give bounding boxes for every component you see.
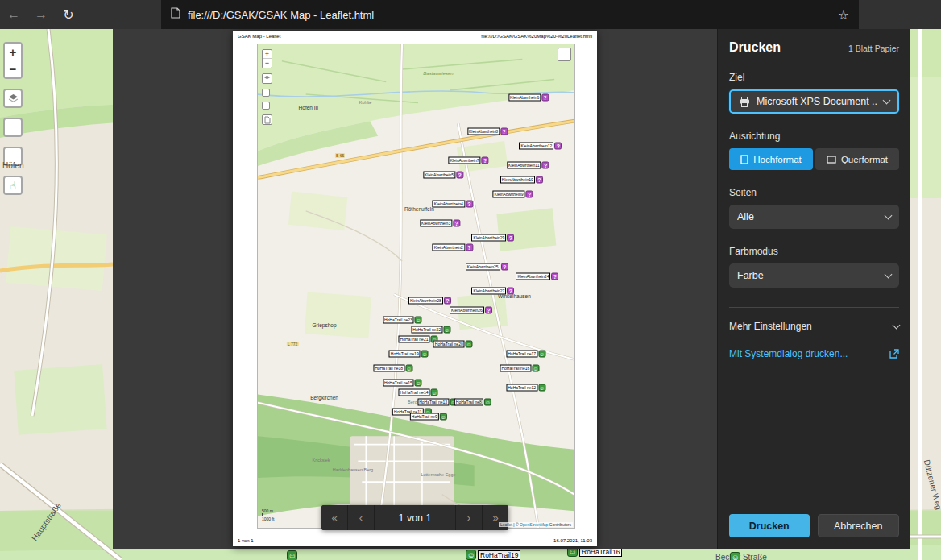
cache-marker: HoHaTrail ne16☺ (500, 365, 539, 372)
cache-marker: HoHaTrail ne18☺ (373, 365, 412, 372)
cache-marker-label: HoHaTrail ne23 (383, 317, 414, 324)
cache-marker-label: HoHaTrail ne12 (506, 384, 537, 392)
found-cache-icon: ☺ (538, 351, 545, 358)
map-checkbox-1[interactable] (3, 118, 23, 137)
found-cache-icon: ☺ (538, 384, 545, 392)
next-page-button[interactable]: › (456, 505, 482, 530)
cache-marker-label: RoHaTrail19 (478, 550, 520, 560)
cache-marker-label: KleinAbwrthein9 (492, 191, 524, 198)
cache-marker: KleinAbwrthein28? (408, 297, 451, 305)
color-mode-value: Farbe (737, 270, 879, 281)
found-cache-icon[interactable]: ☺ (287, 550, 297, 560)
map-place-label: Höfen (2, 161, 24, 170)
cache-marker-label: KleinAbwrthein8 (467, 128, 500, 135)
pages-select[interactable]: Alle (729, 205, 899, 229)
zoom-out-button[interactable]: − (5, 60, 21, 77)
preview-attribution: Leaflet | © OpenStreetMap Contributors (499, 522, 573, 527)
print-button[interactable]: Drucken (729, 514, 810, 537)
cancel-button[interactable]: Abbrechen (818, 514, 900, 537)
unfound-cache-icon: ? (507, 288, 514, 295)
back-icon[interactable]: ← (0, 0, 27, 29)
preview-checkbox-1 (262, 89, 270, 97)
system-dialog-link[interactable]: Mit Systemdialog drucken... (729, 348, 899, 359)
portrait-icon (740, 155, 748, 164)
found-cache-icon: ☺ (484, 399, 491, 406)
cache-marker-label: HoHaTrail ne20 (433, 341, 465, 348)
unfound-cache-icon: ? (500, 128, 508, 135)
osm-link: OpenStreetMap (520, 522, 548, 527)
more-settings-toggle[interactable]: Mehr Einstellungen (729, 321, 899, 332)
print-preview-page: GSAK Map - Leaflet file:///D:/GSAK/GSAK%… (233, 31, 597, 546)
cache-marker: HoHaTrail ne14☺ (399, 389, 438, 396)
cache-marker: KleinAbwrthein3? (420, 220, 460, 227)
cache-marker-label: KleinAbwrthein3 (420, 220, 452, 227)
landscape-button[interactable]: Querformat (815, 148, 899, 170)
cache-marker[interactable]: ☺RoHaTrail19 (466, 550, 520, 560)
chevron-down-icon (883, 97, 891, 105)
preview-scale-bar: 500 m 1000 ft (262, 508, 292, 521)
cache-marker: HoHaTrail ne20☺ (433, 341, 473, 348)
found-cache-icon: ☺ (405, 365, 412, 372)
print-footer-page: 1 von 1 (238, 538, 254, 543)
cache-marker: KleinAbwrthein4? (433, 201, 473, 208)
preview-zoom-in: + (263, 50, 272, 59)
cache-marker-label: HoHaTrail ne14 (399, 389, 430, 396)
cache-marker-label: KleinAbwrthein12 (519, 143, 553, 150)
destination-label: Ziel (729, 72, 899, 83)
previous-page-button[interactable]: ‹ (348, 505, 374, 530)
cache-marker: HoHaTrail ne23☺ (383, 317, 422, 324)
cache-marker: KleinAbwrthein8? (467, 128, 508, 135)
map-place-label: B 65 (335, 153, 345, 158)
color-mode-select[interactable]: Farbe (729, 263, 899, 288)
cache-marker-label: HoHaTrail ne19 (389, 351, 421, 358)
hand-icon: ☝ (10, 180, 16, 192)
cache-marker: KleinAbwrthein26? (450, 307, 492, 314)
preview-pagination: « ‹ 1 von 1 › » (321, 505, 508, 530)
found-cache-icon[interactable]: ☺ (730, 552, 740, 560)
found-cache-icon: ☺ (466, 341, 473, 348)
pages-label: Seiten (729, 187, 899, 198)
found-cache-icon: ☺ (415, 317, 422, 324)
first-page-button[interactable]: « (321, 505, 347, 530)
preview-checkbox-2 (262, 102, 270, 110)
unfound-cache-icon: ? (542, 162, 549, 169)
preview-export-icon (262, 114, 272, 125)
cache-marker[interactable]: ☺ (287, 550, 297, 560)
address-bar[interactable]: file:///D:/GSAK/GSAK Map - Leaflet.html … (161, 0, 859, 29)
chevron-down-icon (885, 271, 893, 279)
print-footer-date: 16.07.2021, 11:03 (553, 538, 592, 543)
cache-marker-label: KleinAbwrthein6 (508, 94, 541, 102)
divider (729, 307, 899, 308)
orientation-label: Ausrichtung (729, 131, 899, 142)
cache-marker-label: HoHaTrail ne17 (506, 351, 537, 358)
layers-control-button[interactable] (3, 89, 23, 108)
cache-marker-label: HoHaTrail ne18 (373, 365, 404, 372)
map-place-label: Bastauwiesen (423, 71, 453, 76)
pan-tool-button[interactable]: ☝ (3, 176, 23, 195)
portrait-button[interactable]: Hochformat (729, 148, 813, 170)
map-place-label: Lutternsche Egge (421, 472, 455, 477)
cache-marker-label: HoHaTrail ne22 (411, 326, 442, 334)
cache-marker: HoHaTrail ne21☺ (399, 336, 438, 343)
found-cache-icon[interactable]: ☺ (466, 550, 476, 560)
pages-value: Alle (737, 211, 879, 222)
cache-marker-label: KleinAbwrthein4 (433, 201, 465, 208)
cache-marker-label: KleinAbwrthein29 (471, 234, 506, 242)
map-place-label: Höfen III (299, 105, 319, 110)
browser-toolbar: ← → ↻ file:///D:/GSAK/GSAK Map - Leaflet… (0, 0, 941, 29)
cache-marker-label: HoHaTrail ne13 (417, 399, 449, 406)
favorite-star-icon[interactable]: ☆ (838, 7, 849, 23)
landscape-icon (827, 156, 836, 164)
forward-icon[interactable]: → (27, 0, 55, 29)
cache-marker[interactable]: ☺ (730, 552, 740, 560)
destination-select[interactable]: Microsoft XPS Document ... (729, 89, 899, 114)
zoom-in-button[interactable]: + (5, 44, 21, 60)
unfound-cache-icon: ? (466, 244, 473, 251)
destination-value: Microsoft XPS Document ... (757, 96, 877, 107)
reload-icon[interactable]: ↻ (55, 0, 82, 29)
print-settings-panel: Drucken 1 Blatt Papier Ziel Microsoft XP… (717, 29, 910, 549)
map-place-label: Röthenuffeln (404, 206, 434, 212)
print-dialog-title: Drucken (729, 40, 781, 55)
found-cache-icon: ☺ (532, 365, 539, 372)
unfound-cache-icon: ? (526, 191, 533, 198)
